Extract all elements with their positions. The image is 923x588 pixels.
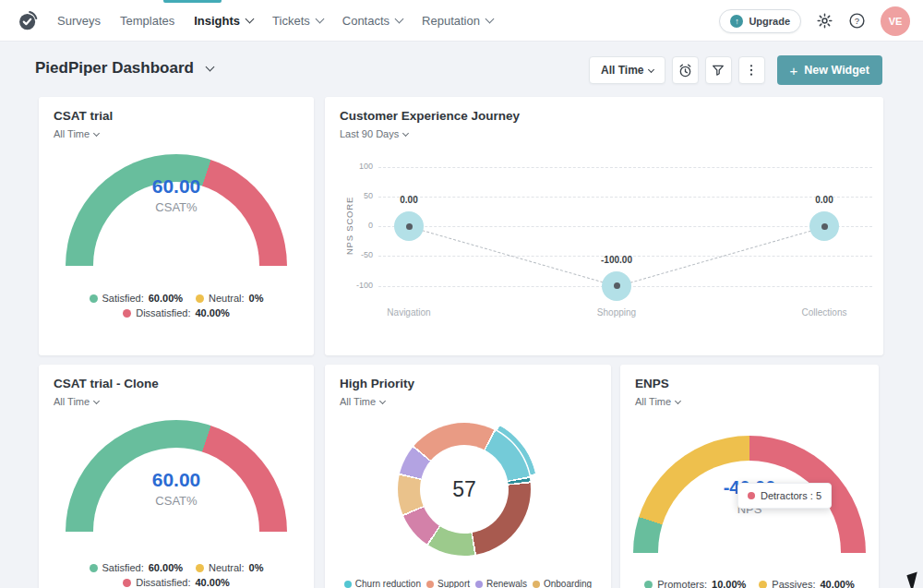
legend-item: Promoters:10.00% [644, 579, 746, 588]
legend-dot-icon [644, 581, 653, 588]
nav-surveys-label: Surveys [57, 14, 101, 28]
nav-contacts[interactable]: Contacts [342, 14, 402, 28]
legend-item: Neutral:0% [196, 293, 263, 304]
legend-value: 40.00% [195, 307, 229, 318]
legend-label: Neutral: [209, 293, 245, 304]
widget-time-filter-value: All Time [635, 396, 671, 407]
legend-value: 0% [249, 562, 264, 573]
y-tick-label: 50 [340, 191, 373, 200]
chart-legend: Churn reductionSupportRenewalsOnboarding [332, 577, 604, 588]
dashboard-controls: All Time + New Widget [589, 55, 882, 85]
legend-value: 60.00% [149, 293, 183, 304]
legend-dot-icon [123, 579, 131, 587]
legend-dot-icon [90, 294, 98, 303]
kebab-menu-icon [744, 63, 759, 78]
tooltip-text: Detractors : 5 [761, 490, 821, 501]
nps-line-chart: NPS SCORE 100500-50-100NavigationShoppin… [325, 97, 883, 355]
legend-dot-icon [196, 564, 204, 572]
chevron-down-icon [315, 15, 324, 24]
widget-title: CSAT trial - Clone [54, 377, 159, 390]
data-point-label: -100.00 [580, 255, 653, 265]
app-logo-icon[interactable] [16, 8, 41, 33]
nav-templates[interactable]: Templates [120, 14, 174, 28]
legend-label: Onboarding [544, 579, 592, 588]
data-point-dot [406, 223, 413, 230]
data-point[interactable] [809, 211, 839, 241]
chevron-down-icon [395, 15, 404, 24]
more-options-button[interactable] [738, 56, 765, 84]
legend-item: Neutral:0% [196, 562, 263, 573]
legend-label: Promoters: [657, 579, 707, 588]
data-point[interactable] [394, 211, 424, 241]
widget-time-filter[interactable]: All Time [54, 396, 99, 407]
page-title: PiedPiper Dashboard [35, 59, 194, 78]
chart-legend: Promoters:10.00%Passives:40.00% [628, 577, 871, 588]
legend-label: Satisfied: [102, 293, 144, 304]
donut-center-value: 57 [420, 445, 509, 534]
legend-item: Dissatisfied:40.00% [123, 577, 230, 588]
nav-reputation[interactable]: Reputation [422, 14, 493, 28]
widget-time-filter-value: All Time [340, 396, 376, 407]
x-axis-label: Shopping [570, 307, 663, 318]
widget-time-filter[interactable]: All Time [635, 396, 680, 407]
widget-time-filter-value: All Time [54, 396, 90, 407]
detractors-dot-icon [748, 492, 755, 499]
legend-item: Churn reduction [344, 579, 421, 588]
nav-insights-label: Insights [194, 14, 240, 28]
chart-tooltip: Detractors : 5 [737, 483, 832, 509]
widget-time-filter[interactable]: All Time [340, 396, 385, 407]
new-widget-button[interactable]: + New Widget [777, 55, 883, 85]
filter-button[interactable] [705, 56, 732, 84]
time-filter-value: All Time [601, 64, 643, 77]
y-tick-label: 100 [340, 162, 373, 171]
nav-contacts-label: Contacts [342, 14, 390, 28]
chevron-down-icon [93, 129, 100, 136]
chevron-down-icon [675, 397, 681, 403]
legend-label: Renewals [486, 579, 527, 588]
settings-gear-icon[interactable] [816, 12, 833, 30]
nav-insights[interactable]: Insights [194, 14, 253, 28]
upgrade-label: Upgrade [749, 16, 790, 27]
upgrade-button[interactable]: ↑ Upgrade [719, 9, 801, 33]
nav-reputation-label: Reputation [422, 14, 480, 28]
widget-time-filter-value: All Time [54, 128, 90, 139]
widget-customer-experience-journey: Customer Experience Journey Last 90 Days… [325, 97, 883, 355]
legend-dot-icon [533, 581, 540, 588]
legend-value: 40.00% [820, 579, 854, 588]
user-avatar[interactable]: VE [881, 6, 910, 36]
chevron-down-icon [246, 15, 255, 24]
widget-csat-trial-clone: CSAT trial - Clone All Time 60.00 CSAT% … [39, 365, 314, 588]
dashboard-selector-chevron-icon[interactable] [205, 62, 214, 71]
legend-label: Churn reduction [355, 579, 421, 588]
funnel-icon [711, 63, 725, 78]
legend-label: Dissatisfied: [136, 307, 190, 318]
y-gridline [378, 167, 872, 168]
legend-item: Renewals [475, 579, 527, 588]
legend-label: Dissatisfied: [136, 577, 190, 588]
legend-dot-icon [475, 581, 483, 588]
widget-title: CSAT trial [54, 109, 113, 123]
chevron-down-icon [93, 397, 100, 403]
x-axis-label: Navigation [363, 307, 455, 318]
widget-high-priority: High Priority All Time 57 Churn reductio… [325, 365, 611, 588]
nav-surveys[interactable]: Surveys [57, 14, 101, 28]
help-icon[interactable]: ? [848, 12, 866, 30]
nav-tickets[interactable]: Tickets [272, 14, 323, 28]
chart-legend: Satisfied:60.00%Neutral:0%Dissatisfied:4… [46, 291, 306, 320]
schedule-report-button[interactable] [672, 56, 699, 84]
legend-dot-icon [759, 581, 767, 588]
legend-value: 60.00% [149, 562, 183, 573]
chevron-down-icon [647, 66, 653, 72]
legend-label: Satisfied: [102, 562, 144, 573]
legend-dot-icon [90, 564, 98, 572]
legend-item: Passives:40.00% [759, 579, 854, 588]
time-filter-dropdown[interactable]: All Time [589, 56, 665, 84]
data-point-dot [614, 282, 620, 289]
widget-time-filter[interactable]: All Time [54, 128, 99, 139]
legend-dot-icon [123, 309, 131, 318]
data-point[interactable] [602, 271, 631, 301]
legend-item: Onboarding [533, 579, 592, 588]
nav-templates-label: Templates [120, 14, 174, 28]
legend-label: Passives: [772, 579, 815, 588]
y-tick-label: -50 [340, 250, 373, 259]
